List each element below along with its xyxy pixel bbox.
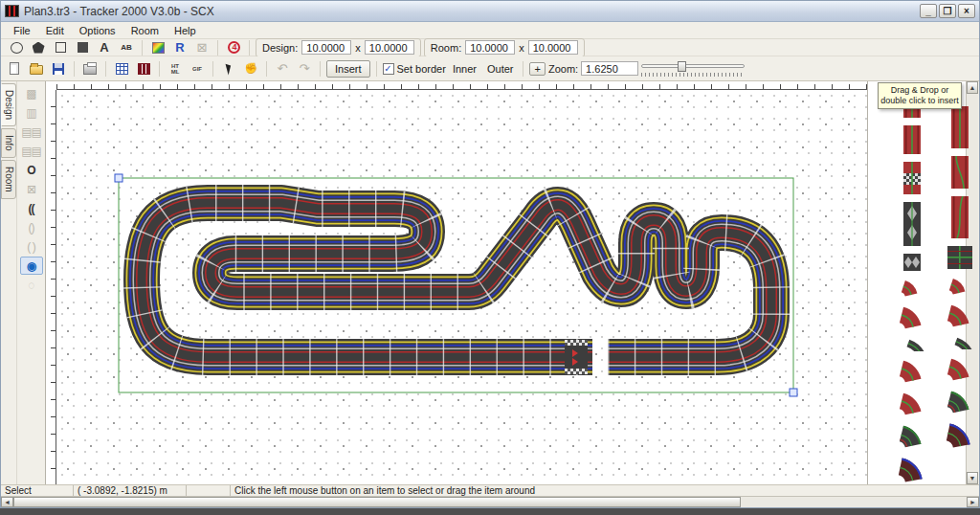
- export-gif-button[interactable]: GIF: [188, 60, 207, 78]
- scroll-right-icon[interactable]: ►: [967, 497, 979, 507]
- close-button[interactable]: ×: [958, 4, 975, 18]
- pieces-column-2: [945, 106, 975, 484]
- curves-tool[interactable]: ((: [20, 199, 43, 217]
- tab-info[interactable]: Info: [1, 128, 16, 158]
- filled-rectangle-tool-button[interactable]: [73, 39, 92, 56]
- track-layout[interactable]: [46, 81, 867, 484]
- insert-button[interactable]: Insert: [326, 60, 370, 78]
- ellipse-tool-button[interactable]: [7, 39, 26, 56]
- junction-tool[interactable]: ▩: [20, 84, 43, 102]
- color-palette-button[interactable]: [148, 39, 167, 56]
- print-button[interactable]: [80, 60, 100, 78]
- curve-pair-tool[interactable]: (): [20, 218, 43, 236]
- room-width-field[interactable]: 10.0000: [465, 40, 515, 55]
- piece-thumbnail-banked-curve[interactable]: [945, 422, 975, 451]
- piece-thumbnail-small-curve[interactable]: [947, 277, 972, 298]
- outer-border-button[interactable]: Outer: [483, 62, 518, 76]
- select-mode-button[interactable]: [219, 60, 238, 78]
- circle-tool[interactable]: ◌: [20, 276, 43, 294]
- menu-help[interactable]: Help: [167, 24, 203, 37]
- room-x-label: x: [519, 42, 524, 54]
- pieces-grid-tool[interactable]: ▤▤: [20, 123, 43, 141]
- menu-options[interactable]: Options: [73, 24, 122, 37]
- piece-thumbnail-small-curve[interactable]: [900, 279, 924, 300]
- piece-thumbnail-curve-crossover[interactable]: [951, 196, 969, 240]
- hscroll-thumb[interactable]: [13, 497, 741, 507]
- pieces-panel: Drag & Drop or double click to insert: [867, 81, 966, 484]
- design-width-field[interactable]: 10.0000: [301, 40, 351, 55]
- pick-item-button[interactable]: R: [170, 39, 189, 56]
- delete-shape-button[interactable]: ⊠: [192, 39, 212, 56]
- menu-edit[interactable]: Edit: [39, 24, 71, 37]
- tab-room[interactable]: Room: [1, 160, 16, 199]
- piece-thumbnail-standard-curve[interactable]: [946, 303, 974, 330]
- straight-tool[interactable]: ▥: [20, 103, 43, 122]
- tab-design[interactable]: Design: [1, 83, 16, 126]
- pentagon-tool-button[interactable]: [29, 39, 48, 56]
- piece-thumbnail-standard-curve[interactable]: [898, 359, 926, 386]
- scroll-up-icon[interactable]: ▲: [967, 81, 978, 94]
- piece-thumbnail-full-straight[interactable]: [951, 106, 969, 150]
- maximize-button[interactable]: ❐: [939, 4, 956, 18]
- pan-mode-button[interactable]: ✊: [241, 60, 260, 78]
- rename-tool-button[interactable]: AB: [117, 39, 136, 56]
- piece-thumbnail-outer-curve[interactable]: [946, 390, 974, 416]
- piece-thumbnail-standard-curve[interactable]: [898, 392, 926, 418]
- title-bar[interactable]: Plan3.tr3 - Tracker 2000 V3.0b - SCX _ ❐…: [1, 1, 979, 22]
- piece-thumbnail-short-dark-curve[interactable]: [947, 336, 972, 351]
- app-window: Plan3.tr3 - Tracker 2000 V3.0b - SCX _ ❐…: [0, 0, 980, 508]
- hscroll-track[interactable]: [741, 497, 967, 507]
- rectangle-tool-button[interactable]: [51, 39, 70, 56]
- radius-tool[interactable]: ◉: [20, 257, 43, 275]
- tooltip-line1: Drag & Drop or: [880, 85, 960, 96]
- piece-thumbnail-banked-curve[interactable]: [897, 457, 927, 484]
- zoom-in-button[interactable]: +: [529, 62, 545, 76]
- loop-tool[interactable]: ( ): [20, 237, 43, 256]
- design-x-label: x: [355, 42, 361, 54]
- piece-thumbnail-crossing-intersection[interactable]: [947, 246, 972, 271]
- zoom-slider-thumb[interactable]: [678, 61, 686, 72]
- piece-thumbnail-outer-curve[interactable]: [898, 424, 926, 451]
- canvas-hscrollbar[interactable]: ◄ ►: [1, 496, 979, 507]
- new-file-button[interactable]: [5, 60, 24, 78]
- save-file-button[interactable]: [49, 60, 68, 78]
- grid-view-button[interactable]: [112, 60, 131, 78]
- side-tab-strip: Design Info Room: [1, 81, 16, 484]
- piece-thumbnail-connector-piece[interactable]: [903, 254, 921, 273]
- rotate-icon: [228, 41, 240, 54]
- rotate-button[interactable]: [224, 39, 243, 56]
- design-canvas[interactable]: [45, 81, 867, 484]
- html-icon: HT ML: [168, 63, 182, 75]
- menu-room[interactable]: Room: [124, 24, 166, 37]
- menu-bar: File Edit Options Room Help: [1, 22, 979, 39]
- piece-thumbnail-short-dark-curve[interactable]: [900, 338, 924, 353]
- oval-tool[interactable]: O: [20, 161, 43, 179]
- zoom-slider-ticks: [641, 73, 745, 77]
- pieces-grid2-tool[interactable]: ▤▤: [20, 142, 43, 160]
- export-html-button[interactable]: HT ML: [166, 60, 185, 78]
- scroll-left-icon[interactable]: ◄: [1, 497, 13, 507]
- piece-thumbnail-half-straight[interactable]: [903, 125, 921, 156]
- redo-button[interactable]: ↷: [295, 60, 314, 78]
- zoom-slider[interactable]: [641, 60, 745, 78]
- piece-thumbnail-lane-change-straight[interactable]: [951, 156, 969, 190]
- menu-file[interactable]: File: [7, 24, 37, 37]
- open-file-button[interactable]: [27, 60, 46, 78]
- crossing-tool[interactable]: ⊠: [20, 180, 43, 198]
- app-icon: [5, 5, 19, 17]
- text-tool-button[interactable]: A: [95, 39, 114, 56]
- piece-thumbnail-narrow-chicane[interactable]: [903, 202, 921, 248]
- set-border-checkbox[interactable]: ✓: [383, 63, 394, 75]
- undo-button[interactable]: ↶: [273, 60, 292, 78]
- piece-thumbnail-standard-curve[interactable]: [898, 305, 926, 332]
- inner-border-button[interactable]: Inner: [449, 62, 480, 76]
- piece-thumbnail-start-finish-straight[interactable]: [903, 162, 921, 196]
- minimize-button[interactable]: _: [920, 4, 937, 18]
- zoom-slider-track[interactable]: [641, 64, 745, 68]
- parts-list-button[interactable]: [134, 60, 153, 78]
- track-tool-column: ▩▥▤▤▤▤O⊠((()( )◉◌: [16, 81, 45, 484]
- room-height-field[interactable]: 10.0000: [528, 40, 578, 55]
- piece-thumbnail-standard-curve[interactable]: [946, 357, 974, 384]
- zoom-value-field[interactable]: 1.6250: [581, 61, 638, 76]
- design-height-field[interactable]: 10.0000: [365, 40, 414, 55]
